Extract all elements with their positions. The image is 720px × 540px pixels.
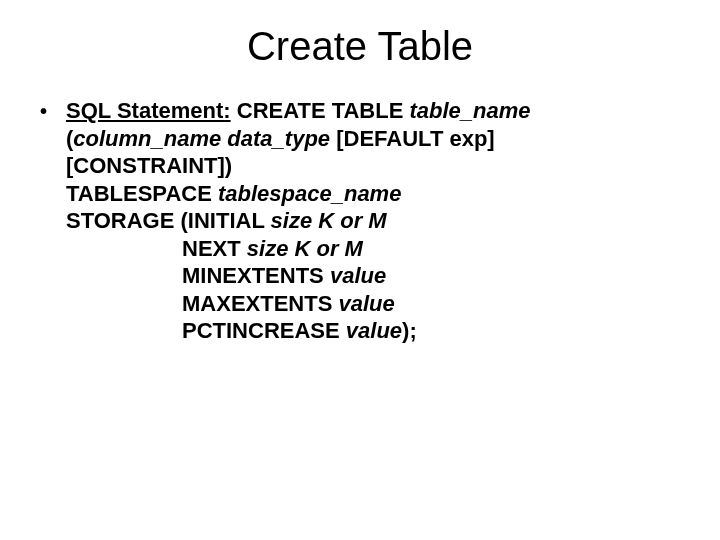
bullet-content: SQL Statement: CREATE TABLE table_name xyxy=(66,97,680,125)
line-7: MINEXTENTS value xyxy=(40,262,680,290)
line-4: TABLESPACE tablespace_name xyxy=(40,180,680,208)
line-2: (column_name data_type [DEFAULT exp] xyxy=(40,125,680,153)
l2-default: [DEFAULT exp] xyxy=(330,126,495,151)
l9-value: value xyxy=(346,318,402,343)
slide-title: Create Table xyxy=(0,0,720,97)
l4-tablespace: TABLESPACE xyxy=(66,181,218,206)
bullet-row: • SQL Statement: CREATE TABLE table_name xyxy=(40,97,680,125)
l8-value: value xyxy=(338,291,394,316)
l1-keyword: CREATE TABLE xyxy=(237,98,410,123)
slide-body: • SQL Statement: CREATE TABLE table_name… xyxy=(0,97,720,345)
line-5: STORAGE (INITIAL size K or M xyxy=(40,207,680,235)
l1-table-name: table_name xyxy=(409,98,530,123)
sql-statement-label: SQL Statement: xyxy=(66,98,231,123)
line-1: SQL Statement: CREATE TABLE table_name xyxy=(66,97,680,125)
l5-storage-initial: STORAGE (INITIAL xyxy=(66,208,271,233)
slide: Create Table • SQL Statement: CREATE TAB… xyxy=(0,0,720,540)
l2-col-type: column_name data_type xyxy=(73,126,330,151)
l7-minextents: MINEXTENTS xyxy=(182,263,330,288)
l4-tablespace-name: tablespace_name xyxy=(218,181,401,206)
line-9: PCTINCREASE value); xyxy=(40,317,680,345)
l6-size: size K or M xyxy=(247,236,363,261)
line-6: NEXT size K or M xyxy=(40,235,680,263)
l9-pctincrease: PCTINCREASE xyxy=(182,318,346,343)
bullet-icon: • xyxy=(40,97,66,124)
l9-close: ); xyxy=(402,318,417,343)
line-3: [CONSTRAINT]) xyxy=(40,152,680,180)
l8-maxextents: MAXEXTENTS xyxy=(182,291,338,316)
l7-value: value xyxy=(330,263,386,288)
l5-size: size K or M xyxy=(271,208,387,233)
l3-constraint: [CONSTRAINT]) xyxy=(66,153,232,178)
line-8: MAXEXTENTS value xyxy=(40,290,680,318)
l6-next: NEXT xyxy=(182,236,247,261)
